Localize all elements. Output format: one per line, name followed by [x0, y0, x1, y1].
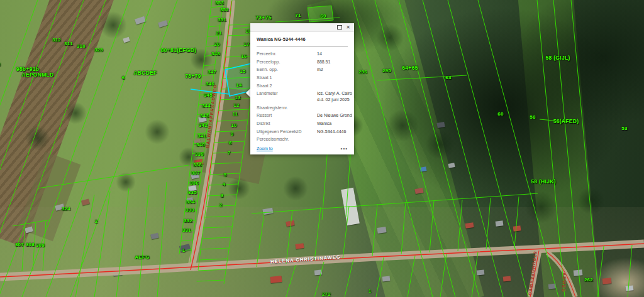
popup-titlebar: ✕	[250, 23, 354, 32]
tree-canopy	[116, 172, 136, 192]
parcel-label: 80+81(EFGD)	[161, 47, 196, 53]
tree-canopy	[228, 177, 250, 200]
building-roof	[414, 188, 423, 194]
building-roof	[113, 269, 122, 276]
parcel-label: 69	[320, 13, 326, 19]
sand-clearing	[591, 257, 644, 297]
parcel-label: 393	[0, 62, 1, 67]
field-label: Straatregisternr.	[257, 105, 317, 111]
building-roof	[314, 269, 323, 275]
road-label: STRUHOPASWEG	[528, 251, 538, 296]
building-roof	[602, 278, 612, 284]
parcel-label: 272	[322, 291, 331, 297]
field-value: 14	[317, 51, 353, 57]
field-label: Perceelsomschr.	[257, 136, 317, 143]
parcel-label: 7	[228, 150, 231, 156]
field-row: Perceelsomschr.	[257, 136, 348, 143]
parcel-label: 10	[231, 122, 237, 128]
parcel-label: 60	[497, 111, 504, 117]
parcel-label: 3	[221, 193, 224, 198]
parcel-label: 338	[193, 162, 202, 168]
field-label: Uitgegeven PerceelsID	[257, 129, 317, 135]
tree-canopy	[376, 24, 404, 51]
tree-canopy	[99, 11, 127, 39]
parcel-label: 4	[223, 181, 226, 187]
building-roof	[150, 233, 159, 240]
close-icon[interactable]: ✕	[345, 24, 351, 30]
parcel-label: 339	[195, 151, 204, 157]
forest	[340, 0, 644, 297]
field-label: Eenh. opp.	[257, 67, 317, 73]
zoom-to-link[interactable]: Zoom to	[257, 146, 273, 151]
parcel-label: 308	[26, 242, 35, 247]
parcel-label: 348	[211, 51, 220, 57]
parcel-label: 324	[62, 206, 70, 212]
parcel-label: 262	[584, 277, 593, 283]
field-value	[317, 83, 353, 89]
parcel-label: 13	[235, 95, 241, 100]
parcel-label: 15	[240, 68, 246, 74]
field-value: De Nieuwe Grond	[317, 112, 353, 119]
parcel-label: 2	[95, 219, 98, 224]
parcel-label: 5	[224, 172, 227, 178]
parcel-label: ABCDEF	[133, 70, 157, 76]
field-row: DistriktWanica	[257, 121, 348, 127]
parcel-info-popup: ✕ Wanica NG-5344-4446 Perceelnr.14Percee…	[250, 23, 354, 154]
building-roof	[626, 285, 634, 291]
building-roof	[419, 166, 426, 172]
building-roof	[574, 269, 583, 276]
road-label: HELENA CHRISTINAWEG	[270, 254, 341, 265]
field-row: Perceelnr.14	[257, 51, 348, 57]
parcel-label: 6	[122, 75, 125, 80]
popup-title: Wanica NG-5344-4446	[257, 36, 348, 46]
parcel-label: 307	[15, 242, 24, 247]
field-value: m2	[317, 67, 353, 73]
field-row: RessortDe Nieuwe Grond	[257, 112, 348, 119]
parcel-label: 17	[243, 41, 250, 47]
parcel-label: 351	[218, 17, 226, 23]
building-roof	[382, 276, 391, 281]
parcel-label: 11	[232, 111, 238, 117]
field-row: Straatregisternr.	[257, 105, 348, 111]
popup-menu-button[interactable]: •••	[341, 148, 348, 150]
parcel-label: 312	[52, 37, 61, 43]
field-label: Landmeter	[257, 90, 317, 102]
parcel-label: 63	[445, 75, 452, 80]
field-label: Perceelnr.	[257, 51, 317, 57]
building-roof	[123, 37, 130, 43]
tree-canopy	[386, 109, 419, 142]
building-roof	[158, 20, 168, 28]
parcel-label: 78+79	[185, 73, 201, 79]
field-value	[317, 105, 353, 111]
building-roof	[465, 222, 474, 229]
field-label: Straat 1	[257, 75, 317, 81]
popup-fields: Perceelnr.14Perceelopp.888.51Eenh. opp.m…	[250, 50, 354, 143]
field-value: Wanica	[317, 121, 353, 127]
parcel-label: 53	[621, 126, 628, 131]
grass-strips	[518, 0, 600, 297]
parcel-label: 58 (GIJL)	[545, 55, 570, 61]
field-row: LandmeterIcs. Caryl A. Cairo d.d. 02 jun…	[257, 90, 348, 102]
map-canvas[interactable]: 31231131032539398b+91bAEPONMLD6ABCDEF80+…	[0, 0, 644, 297]
parcel-label: 64+65	[402, 65, 418, 71]
tree-canopy	[283, 176, 308, 201]
building-roof	[496, 220, 504, 227]
building-roof	[548, 283, 557, 289]
parcel-label: 331	[182, 227, 191, 233]
building-roof	[81, 199, 90, 206]
road-label: ADWEG	[562, 273, 567, 293]
dock-icon[interactable]	[336, 24, 342, 30]
parcel-label: 296	[358, 69, 367, 75]
parcel-label: 20	[214, 41, 220, 47]
parcel-label: 344	[202, 103, 211, 109]
tree-canopy	[25, 126, 50, 151]
building-roof	[448, 163, 455, 168]
parcel-label: 9	[231, 131, 234, 137]
parcel-label: 343	[200, 113, 209, 119]
field-value	[317, 136, 353, 143]
field-label: Ressort	[257, 112, 317, 119]
parcel-label: 71	[295, 13, 301, 18]
parcel-label: 332	[184, 218, 192, 224]
parcel-label: AEFG	[135, 254, 149, 260]
parcel-label: 352	[220, 7, 229, 13]
